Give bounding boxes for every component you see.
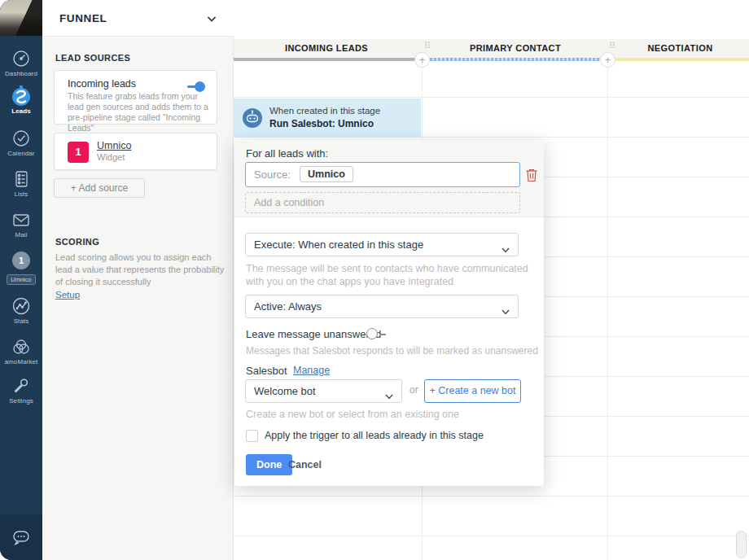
scoring-setup-link[interactable]: Setup: [55, 290, 80, 300]
leave-unanswered-toggle[interactable]: [366, 328, 388, 341]
execute-select[interactable]: Execute: When created in this stage: [245, 233, 519, 256]
lists-icon: [0, 168, 42, 189]
stage-accent-incoming-leads: [234, 58, 419, 61]
sidebar-item-amomarket[interactable]: amoMarket: [0, 335, 42, 365]
sidebar-item-label: Lists: [0, 190, 42, 198]
add-stage-button[interactable]: +: [600, 52, 615, 68]
app-window: Dashboard Leads Calendar: [0, 0, 749, 560]
delete-condition-button[interactable]: [525, 168, 538, 182]
column-header-incoming-leads[interactable]: INCOMING LEADS: [234, 43, 419, 53]
apply-trigger-label: Apply the trigger to all leads already i…: [265, 430, 484, 441]
execute-help-text: The message will be sent to contacts who…: [246, 262, 529, 288]
funnel-header-dropdown[interactable]: FUNNEL: [42, 0, 234, 37]
trash-icon: [525, 168, 538, 182]
or-separator-label: or: [410, 384, 418, 396]
stage-accent-negotiation: [611, 58, 749, 61]
active-select-value: Active: Always: [254, 300, 322, 313]
account-logo-photo[interactable]: [0, 0, 42, 36]
add-source-button[interactable]: + Add source: [54, 178, 145, 198]
leads-icon: [0, 85, 42, 106]
source-value-chip[interactable]: Umnico: [300, 166, 353, 182]
sidebar-item-stats[interactable]: Stats: [0, 295, 42, 325]
salesbot-label: Salesbot: [246, 365, 287, 377]
chevron-down-icon: [384, 387, 394, 409]
dashboard-icon: [0, 47, 42, 68]
sidebar-item-label: Umnico: [7, 274, 35, 285]
add-stage-button[interactable]: +: [414, 52, 430, 68]
unanswered-help-text: Messages that Salesbot responds to will …: [246, 345, 538, 357]
sidebar: Dashboard Leads Calendar: [0, 0, 42, 560]
trigger-condition-text: When created in this stage: [269, 106, 380, 116]
scoring-heading: SCORING: [55, 237, 99, 247]
trigger-action-text: Run Salesbot: Umnico: [269, 118, 374, 129]
sidebar-item-settings[interactable]: Settings: [0, 374, 42, 405]
incoming-leads-title: Incoming leads: [68, 78, 136, 90]
sidebar-item-label: amoMarket: [0, 358, 42, 365]
add-condition-button[interactable]: Add a condition: [245, 192, 520, 213]
lead-sources-heading: LEAD SOURCES: [55, 53, 130, 63]
umnico-count-badge: 1: [12, 252, 30, 269]
create-new-bot-button[interactable]: + Create a new bot: [424, 379, 521, 403]
umnico-source-subtitle: Widget: [97, 152, 125, 162]
stage-accent-primary-contact: [426, 58, 605, 61]
column-header-primary-contact[interactable]: PRIMARY CONTACT: [426, 43, 605, 53]
drag-handle-icon[interactable]: ⠿: [609, 41, 615, 51]
stats-icon: [0, 295, 42, 316]
sidebar-item-label: Leads: [0, 107, 42, 115]
umnico-source-card[interactable]: 1 Umnico Widget: [54, 133, 217, 170]
column-header-negotiation[interactable]: NEGOTIATION: [611, 43, 749, 53]
sidebar-item-label: Calendar: [0, 150, 42, 157]
conditions-label: For all leads with:: [246, 147, 328, 160]
sidebar-item-mail[interactable]: Mail: [0, 208, 42, 238]
vertical-scrollbar-thumb[interactable]: [736, 531, 747, 558]
funnel-settings-panel: FUNNEL LEAD SOURCES Incoming leads This …: [42, 0, 234, 560]
salesbot-robot-icon: [241, 107, 264, 129]
bot-select-value: Welcome bot: [254, 385, 316, 397]
umnico-source-badge: 1: [68, 142, 89, 163]
chat-support-icon[interactable]: [10, 537, 33, 551]
calendar-icon: [0, 127, 42, 148]
incoming-leads-card: Incoming leads This feature grabs leads …: [54, 70, 217, 125]
drag-handle-icon[interactable]: ⠿: [424, 41, 431, 51]
chevron-down-icon: [501, 302, 510, 324]
execute-select-value: Execute: When created in this stage: [254, 238, 423, 251]
salesbot-settings-modal: For all leads with: Source: Umnico Add a…: [234, 140, 544, 486]
umnico-badge-icon: 1: [0, 249, 42, 270]
cancel-button[interactable]: Cancel: [288, 459, 322, 470]
sidebar-item-label: Mail: [0, 231, 42, 238]
leave-unanswered-label: Leave message unanswered: [246, 328, 381, 340]
sidebar-footer: [0, 514, 42, 560]
sidebar-item-label: Dashboard: [0, 70, 42, 77]
condition-source-field[interactable]: Source: Umnico: [245, 162, 520, 187]
sidebar-item-dashboard[interactable]: Dashboard: [0, 47, 42, 77]
apply-trigger-checkbox[interactable]: [246, 430, 258, 442]
funnel-title: FUNNEL: [59, 12, 107, 24]
sidebar-item-lists[interactable]: Lists: [0, 168, 42, 198]
chevron-down-icon: [206, 13, 217, 28]
sidebar-item-label: Settings: [0, 397, 42, 405]
column-divider: [607, 58, 608, 560]
chevron-down-icon: [501, 240, 510, 262]
bot-help-text: Create a new bot or select from an exist…: [246, 409, 459, 420]
settings-icon: [0, 374, 42, 396]
scoring-description: Lead scoring allows you to assign each l…: [55, 252, 228, 288]
sidebar-item-umnico[interactable]: 1 Umnico: [0, 249, 42, 285]
salesbot-trigger-card[interactable]: When created in this stage Run Salesbot:…: [234, 98, 421, 138]
incoming-leads-description: This feature grabs leads from your lead …: [68, 91, 212, 133]
bot-select[interactable]: Welcome bot: [245, 379, 402, 403]
sidebar-item-calendar[interactable]: Calendar: [0, 127, 42, 157]
sidebar-item-leads[interactable]: Leads: [0, 85, 42, 115]
source-field-label: Source:: [254, 168, 291, 181]
manage-bots-link[interactable]: Manage: [293, 365, 330, 376]
sidebar-item-label: Stats: [0, 317, 42, 325]
done-button[interactable]: Done: [246, 454, 292, 475]
umnico-source-link[interactable]: Umnico: [97, 140, 131, 151]
mail-icon: [0, 208, 42, 230]
amomarket-icon: [0, 335, 42, 357]
active-select[interactable]: Active: Always: [245, 295, 519, 318]
